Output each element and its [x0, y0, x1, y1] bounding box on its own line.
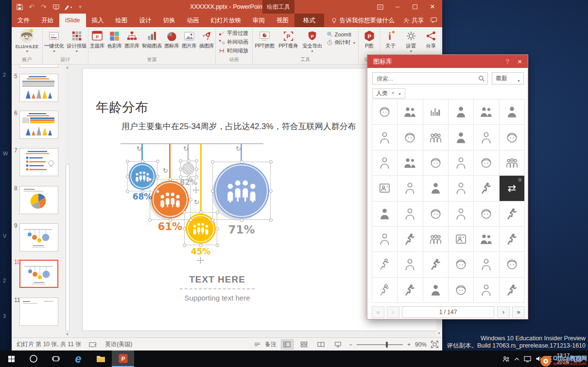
selection-handle[interactable]	[179, 167, 182, 171]
tab-format[interactable]: 格式	[294, 14, 324, 27]
edge-icon[interactable]: e	[67, 350, 89, 367]
normal-view-button[interactable]	[281, 339, 294, 350]
tab-切换[interactable]: 切换	[157, 14, 181, 27]
ribbon-button-平滑过渡[interactable]: 平滑过渡	[219, 30, 248, 37]
close-icon[interactable]: ×	[518, 55, 522, 68]
powerpoint-taskbar-icon[interactable]: P	[112, 350, 134, 367]
show-hidden-icons-chevron[interactable]	[514, 356, 519, 362]
digging-worker-icon[interactable]	[500, 201, 525, 227]
spokesperson-icon[interactable]	[500, 100, 525, 125]
selection-handle[interactable]	[199, 211, 203, 214]
ribbon-button-安全导出[interactable]: P安全导出▼	[302, 29, 322, 53]
elderly-man-icon[interactable]	[372, 125, 398, 150]
minimize-icon[interactable]: ─	[389, 0, 406, 14]
businesswoman-icon[interactable]	[449, 125, 474, 150]
thumbnail-scrollbar[interactable]: ▲ ▼	[65, 65, 70, 337]
share-button[interactable]: 共享	[403, 17, 424, 25]
vacuum-cleaning-icon[interactable]	[398, 227, 423, 252]
presenting-man-icon[interactable]	[372, 201, 398, 227]
photo-person-icon[interactable]	[449, 227, 474, 252]
selection-handle[interactable]	[211, 218, 214, 222]
person-verified-icon[interactable]	[449, 100, 474, 125]
selection-box[interactable]	[180, 161, 196, 177]
selection-handle[interactable]	[169, 178, 172, 181]
person-multiply-icon[interactable]	[398, 176, 423, 201]
people-tray-icon[interactable]	[502, 355, 510, 363]
person-at-door-icon[interactable]	[449, 176, 474, 201]
slide-thumbnail-5[interactable]	[19, 74, 58, 102]
slide-thumbnail-7[interactable]	[19, 148, 58, 176]
handshake-icon[interactable]	[398, 100, 423, 125]
tab-视图[interactable]: 视图	[271, 14, 294, 27]
ribbon-button-图标库[interactable]: 图标库	[164, 29, 179, 49]
swimmer-icon[interactable]	[398, 278, 423, 303]
hijab-woman-icon[interactable]	[500, 125, 525, 150]
selection-handle[interactable]	[211, 160, 214, 164]
selection-box[interactable]	[212, 162, 271, 220]
panel-header[interactable]: 图标库	[367, 55, 528, 68]
rotate-handle-icon[interactable]: ↻	[236, 145, 241, 152]
waiter-icon[interactable]	[474, 278, 499, 303]
selection-handle[interactable]	[269, 218, 273, 222]
selection-handle[interactable]	[195, 159, 198, 163]
close-icon[interactable]: ×	[424, 0, 441, 14]
hooded-woman-icon[interactable]	[423, 176, 449, 201]
last-page-button[interactable]: »	[512, 306, 525, 318]
boy-face-icon[interactable]	[398, 125, 423, 150]
businessman-tie-icon[interactable]	[474, 252, 499, 277]
selection-handle[interactable]	[141, 160, 144, 163]
selection-handle[interactable]	[195, 167, 198, 171]
next-page-button[interactable]: ›	[497, 306, 510, 318]
slide-thumbnail-11[interactable]	[19, 298, 58, 326]
rotate-handle-icon[interactable]: ↻	[163, 167, 168, 174]
slideshow-button[interactable]	[332, 339, 345, 350]
selection-handle[interactable]	[126, 160, 129, 163]
tab-幻灯片放映[interactable]: 幻灯片放映	[205, 14, 247, 27]
ribbon-button-倒计时[interactable]: 倒计时▼	[327, 39, 356, 46]
text-placeholder-subtitle[interactable]: Supporting text here	[169, 294, 266, 302]
ribbon-button-智能图表[interactable]: 智能图表	[142, 29, 162, 49]
zoom-out-button[interactable]: −	[349, 341, 352, 348]
ribbon-button-P图[interactable]: PP图	[363, 29, 376, 49]
slide-sorter-button[interactable]	[298, 339, 311, 350]
family-group-icon[interactable]	[500, 150, 525, 176]
search-icon[interactable]	[478, 75, 485, 82]
rotate-handle-icon[interactable]: ↻	[137, 145, 142, 152]
running-woman-icon[interactable]	[474, 176, 499, 201]
ribbon-button-插图库[interactable]: 插图库	[199, 29, 214, 49]
rotate-handle-icon[interactable]: ↻	[183, 145, 189, 152]
comment-icon[interactable]	[431, 17, 437, 24]
filter-tag-chip[interactable]: 人类×▼	[372, 88, 405, 99]
people-queue-icon[interactable]	[474, 227, 499, 252]
tab-设计[interactable]: 设计	[134, 14, 157, 27]
woman-profile-icon[interactable]	[474, 150, 499, 176]
task-view-button[interactable]	[45, 350, 67, 367]
scrollbar-thumb[interactable]	[66, 164, 69, 332]
ribbon-button-PPT瘦身[interactable]: PPPT瘦身	[278, 29, 298, 49]
ribbon-options-icon[interactable]	[371, 0, 389, 14]
swap-transfer-icon[interactable]: ⇄☆	[500, 176, 525, 201]
scroll-down-icon[interactable]: ▼	[65, 332, 70, 337]
selection-handle[interactable]	[269, 160, 273, 164]
zoom-in-button[interactable]: +	[407, 341, 411, 348]
tab-开始[interactable]: 开始	[35, 14, 59, 27]
ribbon-button-分享[interactable]: 分享	[425, 29, 437, 49]
grandma-headphones-icon[interactable]	[500, 252, 525, 277]
selection-handle[interactable]	[187, 159, 190, 163]
tab-iSlide[interactable]: iSlide	[59, 14, 86, 27]
selection-handle[interactable]	[183, 211, 186, 214]
tab-绘图[interactable]: 绘图	[110, 14, 134, 27]
start-button[interactable]	[0, 350, 22, 367]
ribbon-button-图示库[interactable]: 图示库	[124, 29, 139, 49]
long-hair-woman-icon[interactable]	[423, 150, 449, 176]
ribbon-button-ZoomIt[interactable]: ZoomIt	[327, 31, 356, 37]
thinking-person-icon[interactable]	[372, 150, 398, 176]
three-people-icon[interactable]	[423, 227, 449, 252]
slide-subtitle[interactable]: 用户主要集中在25-34周岁，占比达42.3%，符合互联网人群分布	[121, 121, 356, 132]
mother-care-icon[interactable]	[449, 252, 474, 277]
ribbon-button-设计排版[interactable]: 设计排版▼	[67, 29, 86, 53]
person-hierarchy-icon[interactable]	[449, 150, 474, 176]
reading-view-button[interactable]	[315, 339, 328, 350]
tab-审阅[interactable]: 审阅	[247, 14, 271, 27]
tab-动画[interactable]: 动画	[181, 14, 205, 27]
